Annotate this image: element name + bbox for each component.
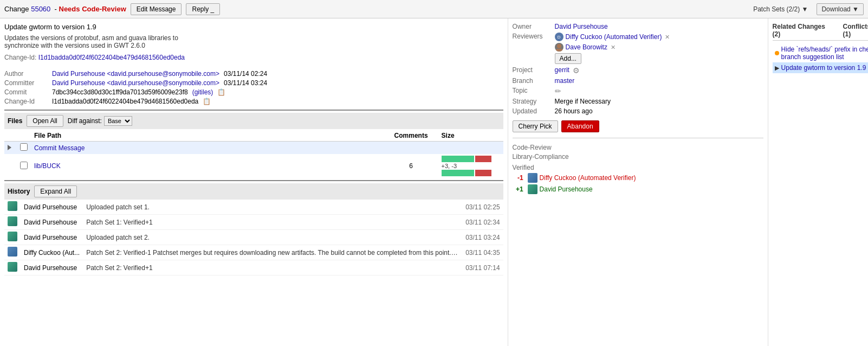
expand-cell: [4, 142, 17, 155]
updated-value: 26 hours ago: [555, 107, 593, 115]
change-id-link[interactable]: I1d1badda0d0f24f6022404be479d4681560ed0e…: [38, 54, 185, 61]
file-link-1[interactable]: Commit Message: [34, 144, 85, 152]
related-link-1[interactable]: Hide `refs/heads/` prefix in cherry-pick…: [781, 46, 868, 61]
reply-button[interactable]: Reply _: [186, 3, 220, 15]
verified-pos-user-name: David Pursehouse: [540, 185, 593, 193]
file-checkbox-2[interactable]: [20, 162, 28, 169]
verified-neg-user: Diffy Cuckoo (Automated Verifier): [528, 173, 636, 183]
file-checkbox-1[interactable]: [20, 143, 28, 151]
history-table: David Pursehouse Uploaded patch set 1. 0…: [4, 200, 503, 275]
size-bar-green-1: [442, 156, 474, 162]
related-items-list: Hide `refs/heads/` prefix in cherry-pick…: [773, 44, 868, 73]
related-link-2[interactable]: Update gwtorm to version 1.9: [781, 64, 866, 72]
changeid-meta-val: I1d1badda0d0f24f6022404be479d4681560ed0e…: [52, 98, 198, 105]
commit-copy-icon[interactable]: 📋: [217, 88, 225, 96]
size-cell-2: +3, -3: [438, 154, 503, 178]
history-avatar-cell-1: [4, 200, 21, 215]
change-id-row: Change-Id: I1d1badda0d0f24f6022404be479d…: [4, 54, 503, 61]
verified-neg-score: -1: [513, 174, 523, 182]
history-date-4: 03/11 04:35: [462, 245, 503, 260]
check-cell-2: [17, 154, 31, 178]
verified-pos-row: +1 David Pursehouse: [513, 184, 763, 194]
changeid-meta-row: Change-Id I1d1badda0d0f24f6022404be479d4…: [4, 98, 503, 105]
history-msg-4: Patch Set 2: Verified-1 Patchset merges …: [83, 245, 462, 260]
actions-row: Cherry Pick Abandon: [513, 120, 763, 132]
history-body: David Pursehouse Uploaded patch set 1. 0…: [4, 200, 503, 275]
author-label: Author: [4, 70, 48, 78]
verified-label: Verified: [513, 164, 578, 171]
left-panel: Update gwtorm to version 1.9 Updates the…: [0, 18, 508, 346]
history-msg-2: Patch Set 1: Verified+1: [83, 215, 462, 230]
committer-link[interactable]: David Pursehouse <david.pursehouse@sonym…: [52, 79, 219, 87]
verified-pos-user: David Pursehouse: [528, 184, 593, 194]
list-item: David Pursehouse Patch Set 2: Verified+1…: [4, 260, 503, 275]
reviewer-link-1[interactable]: Diffy Cuckoo (Automated Verifier): [566, 33, 662, 41]
comments-cell-2: 6: [384, 154, 438, 178]
history-author-3: David Pursehouse: [21, 230, 83, 245]
gear-icon[interactable]: ⚙: [573, 66, 580, 75]
abandon-button[interactable]: Abandon: [561, 120, 599, 132]
file-link-2[interactable]: lib/BUCK: [34, 162, 61, 170]
related-changes-label: Related Changes: [773, 23, 825, 30]
strategy-value: Merge if Necessary: [555, 98, 611, 105]
diff-base-select[interactable]: Base: [104, 116, 132, 126]
patch-sets-label[interactable]: Patch Sets (2/2) ▼: [753, 5, 808, 13]
updated-label: Updated: [513, 107, 552, 115]
conflicts-label: Conflicts With: [843, 23, 868, 30]
edit-message-button[interactable]: Edit Message: [131, 3, 182, 15]
history-avatar-cell-4: [4, 245, 21, 260]
cherry-pick-button[interactable]: Cherry Pick: [513, 120, 558, 132]
project-row: Project gerrit ⚙: [513, 66, 763, 75]
reviewer-icon-2: [555, 43, 563, 52]
history-msg-1: Uploaded patch set 1.: [83, 200, 462, 215]
reviewer-item-1: D Diffy Cuckoo (Automated Verifier) ✕: [555, 33, 670, 41]
reviewer-link-2[interactable]: Dave Borowitz: [566, 43, 607, 51]
changeid-meta-label: Change-Id: [4, 98, 48, 105]
expand-triangle[interactable]: [8, 145, 11, 150]
files-table-body: Commit Message lib/BUCK 6: [4, 142, 503, 178]
open-all-button[interactable]: Open All: [27, 115, 63, 127]
reviewer-remove-2[interactable]: ✕: [611, 44, 616, 51]
expand-all-button[interactable]: Expand All: [34, 185, 77, 197]
header-bar: Change 55060 - Needs Code-Review Edit Me…: [0, 0, 868, 18]
size-bar-red-2: [475, 170, 491, 176]
diff-against-row: Diff against: Base: [68, 116, 132, 126]
list-item: Diffy Cuckoo (Aut... Patch Set 2: Verifi…: [4, 245, 503, 260]
reviewer-remove-1[interactable]: ✕: [665, 34, 670, 41]
table-row: Commit Message: [4, 142, 503, 155]
add-reviewer-button[interactable]: Add...: [555, 53, 581, 64]
author-link[interactable]: David Pursehouse <david.pursehouse@sonym…: [52, 70, 219, 78]
reviewer-icon-1: D: [555, 33, 563, 41]
branch-link[interactable]: master: [555, 77, 575, 85]
history-avatar-cell-2: [4, 215, 21, 230]
verified-pos-score: +1: [513, 185, 523, 193]
history-date-5: 03/11 07:14: [462, 260, 503, 275]
labels-section: Code-Review Library-Compliance Verified …: [513, 144, 763, 194]
changeid-copy-icon[interactable]: 📋: [203, 98, 211, 105]
conflicts-tab[interactable]: Conflicts With (1): [843, 23, 868, 38]
committer-row: Committer David Pursehouse <david.purseh…: [4, 79, 503, 87]
files-table-header: File Path Comments Size: [4, 130, 503, 142]
commit-title: Update gwtorm to version 1.9: [4, 23, 503, 31]
code-review-row: Code-Review: [513, 144, 763, 151]
edit-topic-icon[interactable]: ✏: [555, 87, 561, 95]
history-date-1: 03/11 02:25: [462, 200, 503, 215]
download-button[interactable]: Download ▼: [817, 3, 864, 15]
files-section: Files Open All Diff against: Base File P…: [4, 110, 503, 178]
change-number-link[interactable]: 55060: [31, 5, 50, 13]
topic-label: Topic: [513, 87, 552, 94]
pursehouse-avatar: [528, 184, 537, 194]
topic-row: Topic ✏: [513, 87, 763, 95]
main-layout: Update gwtorm to version 1.9 Updates the…: [0, 18, 868, 346]
branch-row: Branch master: [513, 77, 763, 85]
history-author-4: Diffy Cuckoo (Aut...: [21, 245, 83, 260]
gitiles-link[interactable]: (gitiles): [192, 88, 213, 96]
history-author-5: David Pursehouse: [21, 260, 83, 275]
related-changes-tab[interactable]: Related Changes (2): [773, 23, 832, 38]
strategy-row: Strategy Merge if Necessary: [513, 98, 763, 105]
list-item: David Pursehouse Patch Set 1: Verified+1…: [4, 215, 503, 230]
strategy-label: Strategy: [513, 98, 552, 105]
owner-link[interactable]: David Pursehouse: [555, 23, 608, 30]
project-link[interactable]: gerrit: [555, 66, 569, 74]
avatar-5: [8, 262, 17, 272]
